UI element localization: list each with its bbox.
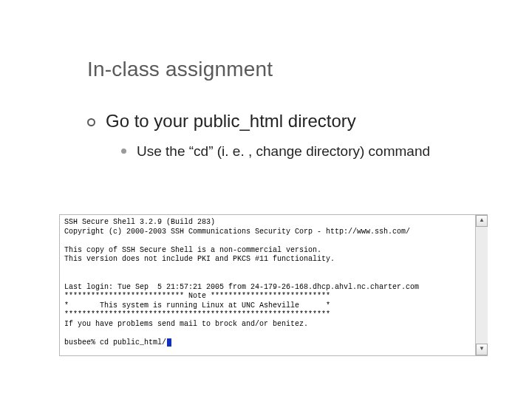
- dot-bullet-icon: [121, 149, 126, 154]
- scroll-up-button[interactable]: ▲: [476, 215, 488, 227]
- terminal-line: *************************** Note *******…: [64, 292, 330, 300]
- bullet-level-1: Go to your public_html directory: [87, 111, 356, 132]
- scrollbar[interactable]: ▲ ▼: [475, 215, 488, 355]
- terminal-cursor: [167, 338, 171, 347]
- terminal-prompt-line: busbee% cd public_html/: [64, 338, 166, 347]
- terminal-output: SSH Secure Shell 3.2.9 (Build 283) Copyr…: [60, 215, 475, 355]
- bullet-level-2: Use the “cd” (i. e. , change directory) …: [121, 142, 483, 161]
- slide: In-class assignment Go to your public_ht…: [0, 0, 532, 399]
- terminal-line: Last login: Tue Sep 5 21:57:21 2005 from…: [64, 283, 419, 291]
- terminal-line: If you have problems send mail to brock …: [64, 320, 308, 328]
- scroll-down-button[interactable]: ▼: [476, 344, 488, 355]
- terminal-line: This version does not include PKI and PK…: [64, 255, 335, 263]
- terminal-window: SSH Secure Shell 3.2.9 (Build 283) Copyr…: [59, 214, 488, 356]
- terminal-line: ****************************************…: [64, 310, 330, 318]
- terminal-line: Copyright (c) 2000-2003 SSH Communicatio…: [64, 228, 410, 236]
- circle-bullet-icon: [87, 118, 95, 126]
- subbullet-text: Use the “cd” (i. e. , change directory) …: [137, 142, 430, 161]
- bullet-text: Go to your public_html directory: [106, 111, 356, 132]
- terminal-line: SSH Secure Shell 3.2.9 (Build 283): [64, 218, 215, 226]
- slide-title: In-class assignment: [87, 58, 273, 81]
- terminal-line: * This system is running Linux at UNC As…: [64, 301, 330, 310]
- terminal-line: This copy of SSH Secure Shell is a non-c…: [64, 246, 321, 254]
